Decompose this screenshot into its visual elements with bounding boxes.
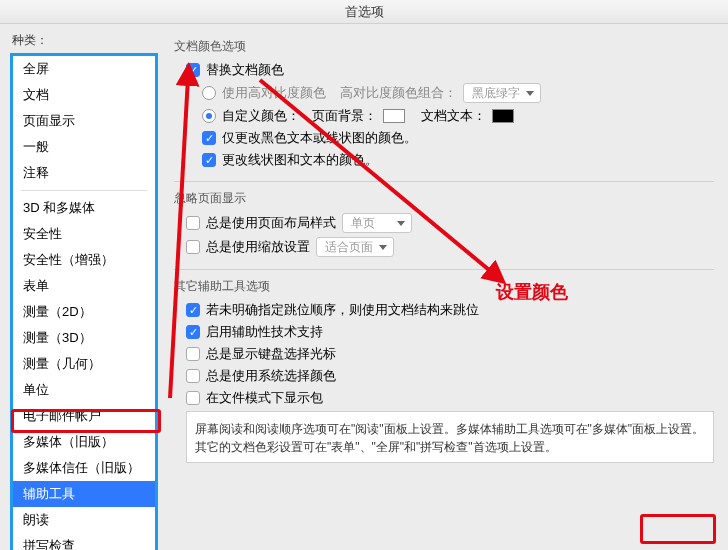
radio-high-contrast[interactable] — [202, 86, 216, 100]
checkbox-tab-order[interactable] — [186, 303, 200, 317]
checkbox-change-line[interactable] — [202, 153, 216, 167]
label-custom-color: 自定义颜色： — [222, 107, 300, 125]
label-doc-text: 文档文本： — [421, 107, 486, 125]
checkbox-only-black[interactable] — [202, 131, 216, 145]
sidebar-item[interactable]: 单位 — [13, 377, 155, 403]
window-title: 首选项 — [0, 0, 728, 24]
sidebar-item[interactable]: 测量（3D） — [13, 325, 155, 351]
checkbox-replace-doc-color[interactable] — [186, 63, 200, 77]
label-page-bg: 页面背景： — [312, 107, 377, 125]
select-layout: 单页 — [342, 213, 412, 233]
sidebar-item[interactable]: 表单 — [13, 273, 155, 299]
swatch-page-bg[interactable] — [383, 109, 405, 123]
sidebar-item[interactable]: 注释 — [13, 160, 155, 186]
radio-custom-color[interactable] — [202, 109, 216, 123]
sidebar-item[interactable]: 电子邮件帐户 — [13, 403, 155, 429]
sidebar-item[interactable]: 测量（几何） — [13, 351, 155, 377]
checkbox-file-mode[interactable] — [186, 391, 200, 405]
sidebar-item[interactable]: 文档 — [13, 82, 155, 108]
section-ignore-page-title: 忽略页面显示 — [174, 190, 714, 207]
swatch-doc-text[interactable] — [492, 109, 514, 123]
section-other-acc-title: 其它辅助工具选项 — [174, 278, 714, 295]
sidebar-heading: 种类： — [10, 32, 158, 49]
label-only-black: 仅更改黑色文本或线状图的颜色。 — [222, 129, 417, 147]
info-text: 屏幕阅读和阅读顺序选项可在"阅读"面板上设置。多媒体辅助工具选项可在"多媒体"面… — [186, 411, 714, 463]
label-high-contrast: 使用高对比度颜色 — [222, 84, 326, 102]
label-kb-cursor: 总是显示键盘选择光标 — [206, 345, 336, 363]
checkbox-kb-cursor[interactable] — [186, 347, 200, 361]
sidebar-item[interactable]: 页面显示 — [13, 108, 155, 134]
sidebar-divider — [21, 190, 147, 191]
label-change-line: 更改线状图和文本的颜色。 — [222, 151, 378, 169]
sidebar-item[interactable]: 朗读 — [13, 507, 155, 533]
sidebar-item[interactable]: 3D 和多媒体 — [13, 195, 155, 221]
label-tab-order: 若未明确指定跳位顺序，则使用文档结构来跳位 — [206, 301, 479, 319]
checkbox-use-layout[interactable] — [186, 216, 200, 230]
sidebar-item[interactable]: 拼写检查 — [13, 533, 155, 550]
label-replace-doc-color: 替换文档颜色 — [206, 61, 284, 79]
sidebar-item[interactable]: 多媒体（旧版） — [13, 429, 155, 455]
checkbox-use-zoom[interactable] — [186, 240, 200, 254]
label-file-mode: 在文件模式下显示包 — [206, 389, 323, 407]
sidebar-item[interactable]: 一般 — [13, 134, 155, 160]
checkbox-sys-color[interactable] — [186, 369, 200, 383]
sidebar-item[interactable]: 安全性（增强） — [13, 247, 155, 273]
label-sys-color: 总是使用系统选择颜色 — [206, 367, 336, 385]
sidebar-item[interactable]: 全屏 — [13, 56, 155, 82]
label-use-zoom: 总是使用缩放设置 — [206, 238, 310, 256]
select-zoom: 适合页面 — [316, 237, 394, 257]
label-enable-assist: 启用辅助性技术支持 — [206, 323, 323, 341]
sidebar-item[interactable]: 测量（2D） — [13, 299, 155, 325]
label-hc-combo: 高对比度颜色组合： — [340, 84, 457, 102]
sidebar-item[interactable]: 安全性 — [13, 221, 155, 247]
section-doc-color-title: 文档颜色选项 — [174, 38, 714, 55]
label-use-layout: 总是使用页面布局样式 — [206, 214, 336, 232]
checkbox-enable-assist[interactable] — [186, 325, 200, 339]
select-hc-combo: 黑底绿字 — [463, 83, 541, 103]
sidebar-item[interactable]: 辅助工具 — [13, 481, 155, 507]
category-sidebar[interactable]: 全屏文档页面显示一般注释3D 和多媒体安全性安全性（增强）表单测量（2D）测量（… — [10, 53, 158, 550]
sidebar-item[interactable]: 多媒体信任（旧版） — [13, 455, 155, 481]
